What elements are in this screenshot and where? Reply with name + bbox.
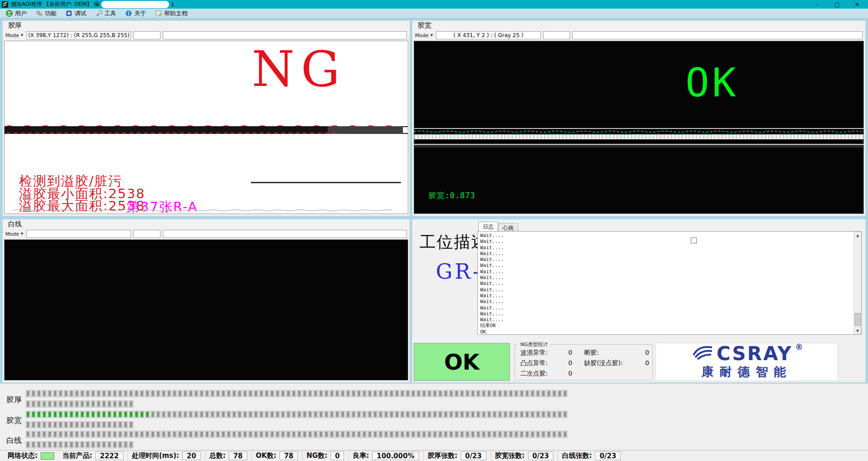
indicator-cell (210, 390, 215, 397)
log-line: Wait.... (480, 251, 851, 257)
status-field-label: NG数: (307, 451, 327, 460)
title-censored-area (101, 1, 169, 8)
scroll-down-icon[interactable]: ▼ (854, 327, 861, 334)
log-list[interactable]: Wait....Wait....Wait....Wait....Wait....… (477, 231, 862, 335)
indicator-group-label: 白线 (6, 435, 22, 446)
indicator-cell (525, 431, 529, 438)
scrollbar-thumb[interactable] (854, 313, 861, 326)
glue-line-band (5, 126, 408, 134)
indicator-cell (270, 390, 274, 397)
indicator-cell (308, 411, 312, 418)
indicator-cell (199, 431, 204, 438)
brand-swoosh-icon (690, 344, 714, 361)
indicator-row (26, 421, 133, 428)
indicator-cell (492, 431, 497, 438)
log-line: OK (480, 329, 851, 333)
menu-item-about[interactable]: 关于 (122, 9, 152, 18)
pixel-readout-box: (X 398,Y 1272) : (R 255,G 255,B 255) (26, 31, 131, 39)
indicator-cell (378, 431, 383, 438)
indicator-cell (422, 390, 426, 397)
glue-width-toolbar: Mode▼ ( X 431, Y 2 ) : ( Gray 25 ) (414, 31, 863, 40)
indicator-cell (248, 431, 253, 438)
close-button[interactable]: ✕ (847, 0, 867, 9)
menu-item-debug[interactable]: 调试 (62, 9, 92, 18)
indicator-cell (281, 431, 285, 438)
indicator-cell (91, 400, 95, 408)
menu-item-help-doc[interactable]: 帮助文档 (152, 9, 193, 18)
indicator-cell (443, 431, 448, 438)
indicator-cell (69, 431, 74, 438)
indicator-cell (102, 390, 106, 397)
minimize-button[interactable]: – (807, 0, 827, 9)
indicator-cell (378, 411, 383, 418)
indicator-cell (42, 411, 47, 418)
indicator-cell (189, 431, 193, 438)
indicator-cell (481, 431, 486, 438)
mode-dropdown[interactable]: Mode▼ (5, 33, 24, 38)
white-line-image-view[interactable] (4, 239, 408, 380)
indicator-cell (156, 411, 160, 418)
indicator-cell (129, 441, 133, 448)
about-icon (125, 10, 132, 17)
mode-dropdown[interactable]: Mode▼ (414, 33, 434, 38)
glue-thickness-image-view[interactable]: NG 检测到溢胶/脏污 溢胶最小面积:2538 溢胶最大面积:2538 第37张… (4, 41, 408, 214)
indicator-cell (26, 390, 30, 397)
user-icon (6, 10, 13, 17)
tab-heartbeat[interactable]: 心跳 (498, 223, 518, 231)
indicator-cell (205, 411, 209, 418)
mode-dropdown[interactable]: Mode▼ (5, 231, 24, 237)
indicator-cell (292, 411, 296, 418)
menu-label: 帮助文档 (164, 10, 188, 18)
glue-width-image-view[interactable]: OK 胶宽:0.873 (414, 41, 864, 214)
indicator-cell (264, 411, 269, 418)
log-checkbox[interactable] (691, 238, 697, 243)
panel-caption: 白线 (8, 220, 22, 228)
indicator-cell (557, 431, 562, 438)
indicator-cell (476, 411, 481, 418)
menu-item-user[interactable]: 用户 (3, 9, 33, 18)
indicator-cell (460, 390, 464, 397)
indicator-row (26, 390, 567, 397)
debug-icon (66, 10, 72, 17)
glue-line-stripes (414, 128, 863, 149)
indicator-cell (58, 441, 63, 448)
indicator-cell (102, 431, 106, 438)
window-title-suffix: 1 (171, 1, 175, 8)
indicator-cell (64, 441, 68, 448)
indicator-cell (389, 431, 394, 438)
maximize-button[interactable]: □ (827, 0, 847, 9)
glue-thickness-panel: 胶厚 Mode▼ (X 398,Y 1272) : (R 255,G 255,B… (2, 20, 410, 216)
indicator-cell (129, 390, 133, 397)
indicator-cell (487, 390, 491, 397)
indicator-cell (481, 390, 486, 397)
tab-log[interactable]: 日志 (478, 222, 498, 231)
status-field-label: 良率: (353, 451, 369, 460)
indicator-cell (503, 411, 508, 418)
menu-item-functions[interactable]: 功能 (33, 9, 62, 18)
indicator-cell (471, 411, 475, 418)
menu-label: 用户 (15, 10, 27, 18)
indicator-cell (75, 441, 79, 448)
indicator-cell (406, 431, 410, 438)
status-field-value: 0 (330, 451, 344, 460)
indicator-cell (519, 390, 524, 397)
indicator-cell (178, 390, 182, 397)
indicator-cell (481, 411, 486, 418)
indicator-cell (96, 441, 101, 448)
indicator-cell (275, 390, 280, 397)
indicator-cell (509, 431, 513, 438)
indicator-cell (210, 431, 215, 438)
indicator-group-label: 胶宽 (6, 415, 22, 426)
indicator-cell (270, 411, 274, 418)
result-ok-button[interactable]: OK (414, 343, 510, 381)
indicator-cell (411, 390, 415, 397)
scroll-up-icon[interactable]: ▲ (854, 232, 861, 239)
indicator-cell (525, 411, 529, 418)
ng-stats-title: NG类型统计 (519, 341, 550, 348)
log-scrollbar[interactable]: ▲ ▼ (854, 232, 861, 334)
indicator-cell (31, 441, 36, 448)
menu-item-tools[interactable]: 工具 (92, 9, 122, 18)
indicator-cell (541, 431, 546, 438)
indicator-cell (449, 411, 453, 418)
indicator-cell (530, 390, 535, 397)
